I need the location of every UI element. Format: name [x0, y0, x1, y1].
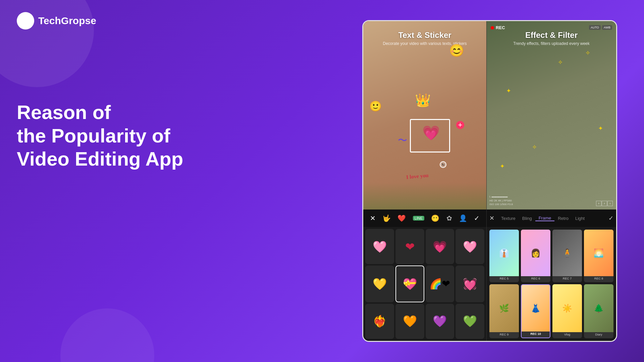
sticker-item-10[interactable]: 🧡 [395, 304, 424, 339]
filter-label-rec9: REC 9 [500, 332, 509, 337]
smiley-yellow-sticker: 😊 [449, 44, 464, 58]
confirm-toolbar-icon[interactable]: ✓ [474, 214, 480, 222]
sparkle-5: ✦ [500, 163, 505, 170]
flowers-overlay [363, 183, 486, 209]
filter-tab-retro[interactable]: Retro [554, 216, 572, 221]
rec-label: REC [496, 25, 505, 30]
sparkle-3: ✦ [598, 125, 603, 132]
filter-item-diary[interactable]: 🌲 Diary [584, 284, 613, 338]
filter-tab-bling[interactable]: Bling [519, 216, 535, 221]
awb-badge: AWB [602, 25, 612, 30]
love-text-sticker: I love you [406, 172, 429, 180]
text-sticker-header: Text & Sticker Decorate your video with … [363, 31, 486, 46]
sticker-item-8[interactable]: 💓 [455, 265, 484, 302]
rotate-handle[interactable]: ↻ [440, 161, 446, 168]
sparkle-6: ✧ [585, 49, 590, 57]
auto-awb-badges: AUTO AWB [589, 25, 612, 30]
add-sticker-button[interactable]: + [456, 121, 464, 129]
effect-filter-title: Effect & Filter [487, 31, 616, 40]
person-icon[interactable]: 👤 [459, 214, 467, 222]
filter-grid: 👔 REC 5 👩 REC 6 🧍 REC [487, 227, 616, 341]
right-panel: REC AUTO AWB Effect & Filter Trendy effe… [486, 21, 616, 341]
text-sticker-title: Text & Sticker [363, 31, 486, 40]
filter-label-rec5: REC 5 [500, 276, 509, 281]
smiley-pink-sticker: 🙂 [369, 100, 382, 112]
sticker-frame-box [410, 119, 450, 153]
confirm-filter-icon[interactable]: ✓ [608, 215, 613, 222]
sticker-item-4[interactable]: 🩷 [455, 229, 484, 264]
grid-cell-2: 2 [602, 201, 607, 206]
auto-badge: AUTO [589, 25, 601, 30]
effect-filter-photo: REC AUTO AWB Effect & Filter Trendy effe… [487, 21, 616, 209]
close-toolbar-icon[interactable]: ✕ [370, 214, 376, 222]
filter-label-rec7: REC 7 [563, 276, 572, 281]
filter-toolbar: ✕ Texture Bling Frame Retro Light ✓ [487, 209, 616, 227]
text-sticker-subtitle: Decorate your video with various texts, … [363, 41, 486, 46]
filter-tab-frame[interactable]: Frame [535, 216, 555, 221]
sticker-item-6[interactable]: 💝 [395, 265, 424, 302]
sticker-item-5[interactable]: 💛 [365, 265, 394, 302]
heading-line3: Video Editing App [17, 147, 183, 171]
left-panel: Text & Sticker Decorate your video with … [363, 21, 486, 341]
swirl-sticker: 〜 [398, 134, 407, 147]
sticker-toolbar: ✕ 🤟 ❤️ LINE 😶 ✿ 👤 ✓ [363, 209, 486, 227]
sparkle-1: ✦ [506, 87, 511, 95]
camera-grid-overlay: 3 2 1 [596, 201, 613, 206]
flower-icon[interactable]: ✿ [446, 214, 452, 222]
filter-tab-texture[interactable]: Texture [498, 216, 519, 221]
filter-label-vlog: Vlog [564, 332, 570, 337]
filter-item-rec6[interactable]: 👩 REC 6 [521, 230, 550, 282]
close-filter-icon[interactable]: ✕ [489, 215, 494, 222]
sticker-item-3[interactable]: 💗 [426, 229, 454, 264]
rec-badge: REC [491, 25, 505, 30]
sticker-item-12[interactable]: 💚 [455, 304, 484, 339]
text-sticker-photo: Text & Sticker Decorate your video with … [363, 21, 486, 209]
filter-label-rec10: REC 10 [530, 331, 541, 336]
effect-filter-subtitle: Trendy effects, filters uploaded every w… [487, 41, 616, 46]
camera-info: L ▬▬▬▬▬▬ HD 2K 4K | FPS60 ISO 100 1/500 … [489, 195, 513, 206]
sticker-item-2[interactable]: ❤ [395, 229, 424, 264]
filter-tab-light[interactable]: Light [572, 216, 588, 221]
logo-text: TechGropse [38, 15, 96, 26]
filter-item-rec7[interactable]: 🧍 REC 7 [552, 230, 582, 282]
filter-item-rec8[interactable]: 🌅 REC 8 [584, 230, 613, 282]
sparkle-2: ✧ [558, 59, 563, 66]
bg-circle-bottom [60, 308, 154, 362]
grid-cell-1: 3 [596, 201, 601, 206]
filter-item-rec10[interactable]: 👗 REC 10 [521, 284, 550, 338]
filter-label-rec8: REC 8 [594, 276, 603, 281]
logo-area: TechGropse [17, 12, 96, 29]
hand-icon[interactable]: 🤟 [382, 214, 391, 222]
sticker-item-1[interactable]: 🩷 [365, 229, 394, 264]
sticker-item-7[interactable]: 🌈❤ [426, 265, 454, 302]
sticker-item-11[interactable]: 💜 [426, 304, 454, 339]
rec-dot [491, 26, 494, 29]
main-heading: Reason of the Popularity of Video Editin… [17, 101, 183, 171]
filter-item-vlog[interactable]: ☀️ Vlog [552, 284, 582, 338]
heading-line1: Reason of [17, 101, 183, 124]
line-icon[interactable]: LINE [413, 216, 424, 221]
filter-item-rec5[interactable]: 👔 REC 5 [489, 230, 519, 282]
filter-label-rec6: REC 6 [531, 276, 540, 281]
sticker-item-9[interactable]: ❤️‍🔥 [365, 304, 394, 339]
heart-toolbar-icon[interactable]: ❤️ [397, 214, 406, 222]
filter-item-rec9[interactable]: 🌿 REC 9 [489, 284, 519, 338]
sparkle-4: ✧ [532, 143, 537, 151]
effect-filter-header: Effect & Filter Trendy effects, filters … [487, 31, 616, 46]
heading-line2: the Popularity of [17, 124, 183, 147]
logo-icon [17, 12, 34, 29]
grid-cell-3: 1 [607, 201, 613, 206]
app-mockup: Text & Sticker Decorate your video with … [362, 20, 617, 342]
face-icon[interactable]: 😶 [431, 214, 439, 222]
filter-label-diary: Diary [595, 332, 602, 337]
crown-sticker: 👑 [415, 93, 431, 108]
sticker-grid: 🩷 ❤ 💗 🩷 💛 💝 🌈❤ 💓 [363, 227, 486, 341]
